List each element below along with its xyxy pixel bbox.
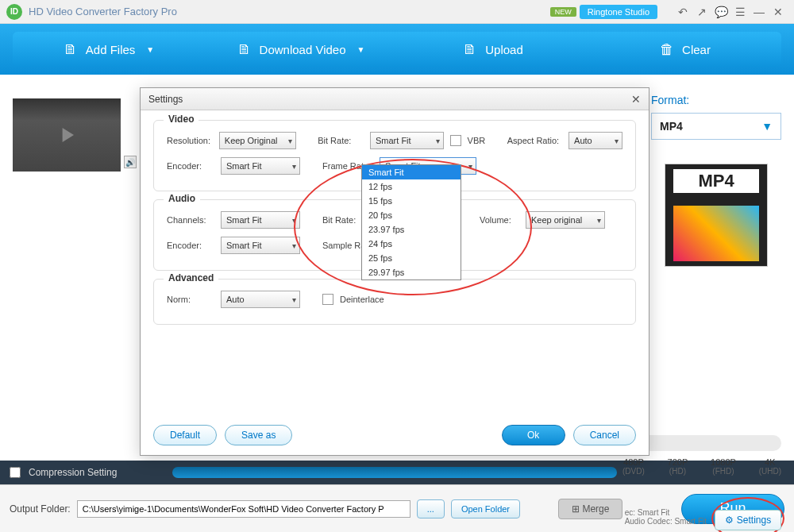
framerate-option[interactable]: 15 fps	[362, 194, 461, 208]
ringtone-studio-button[interactable]: Ringtone Studio	[580, 5, 657, 19]
volume-select[interactable]: Keep original	[526, 211, 605, 229]
app-logo: ID	[6, 4, 22, 20]
redo-icon[interactable]: ↗	[692, 2, 711, 21]
quality-tag: (FHD)	[711, 467, 736, 476]
video-bitrate-select[interactable]: Smart Fit	[370, 132, 444, 149]
video-codec-text: ec: Smart Fit	[625, 508, 707, 517]
norm-select[interactable]: Auto	[221, 291, 300, 308]
app-title: HD Video Converter Factory Pro	[29, 6, 177, 17]
default-button[interactable]: Default	[153, 425, 217, 445]
new-badge: NEW	[550, 7, 576, 17]
chevron-down-icon: ▼	[761, 120, 773, 133]
audio-encoder-select[interactable]: Smart Fit	[221, 237, 300, 254]
audio-codec-text: Audio Codec: Smart Fit	[625, 517, 707, 526]
chat-icon[interactable]: 💬	[711, 2, 730, 21]
compression-slider[interactable]	[172, 467, 617, 478]
save-as-button[interactable]: Save as	[225, 425, 292, 445]
framerate-option[interactable]: 12 fps	[362, 179, 461, 194]
video-encoder-select[interactable]: Smart Fit	[221, 157, 300, 175]
format-value: MP4	[660, 120, 683, 133]
quality-res: 720P	[668, 457, 688, 467]
audio-encoder-label: Encoder:	[167, 241, 214, 250]
video-encoder-label: Encoder:	[167, 161, 214, 171]
dialog-titlebar: Settings ✕	[141, 88, 649, 110]
deinterlace-checkbox[interactable]	[322, 294, 333, 305]
codec-info: ec: Smart Fit Audio Codec: Smart Fit	[625, 508, 707, 526]
video-bitrate-label: Bit Rate:	[318, 136, 364, 145]
cancel-button[interactable]: Cancel	[573, 425, 636, 445]
video-thumbnail[interactable]	[13, 98, 121, 172]
dialog-title-text: Settings	[148, 94, 183, 105]
framerate-option[interactable]: Smart Fit	[362, 165, 461, 179]
aspect-ratio-label: Aspect Ratio:	[507, 136, 562, 145]
compression-label: Compression Setting	[29, 467, 117, 478]
quality-tag: (UHD)	[759, 467, 781, 476]
framerate-option[interactable]: 29.97 fps	[362, 265, 461, 279]
add-files-button[interactable]: 🗎 Add Files ▼	[13, 32, 205, 67]
merge-button[interactable]: ⊞ Merge	[558, 499, 622, 519]
trash-icon: 🗑	[660, 41, 674, 58]
download-icon: 🗎	[237, 41, 252, 58]
quality-res: 480P	[622, 457, 645, 467]
resolution-label: Resolution:	[167, 136, 213, 145]
browse-button[interactable]: ...	[417, 499, 445, 519]
dialog-footer: Default Save as Ok Cancel	[153, 425, 636, 445]
add-files-label: Add Files	[86, 43, 136, 56]
advanced-legend: Advanced	[164, 272, 218, 283]
undo-icon[interactable]: ↶	[673, 2, 692, 21]
channels-select[interactable]: Smart Fit	[221, 211, 300, 229]
gear-icon: ⚙	[725, 515, 734, 526]
format-label: Format:	[651, 94, 781, 106]
deinterlace-label: Deinterlace	[340, 295, 384, 304]
upload-icon: 🗎	[463, 41, 477, 58]
quality-res: 1080P	[711, 457, 736, 467]
chevron-down-icon: ▼	[357, 45, 365, 54]
volume-label: Volume:	[480, 215, 519, 225]
open-folder-button[interactable]: Open Folder	[451, 499, 520, 519]
framerate-dropdown[interactable]: Smart Fit 12 fps 15 fps 20 fps 23.97 fps…	[361, 164, 461, 280]
framerate-option[interactable]: 20 fps	[362, 208, 461, 222]
audio-icon[interactable]: 🔊	[124, 156, 137, 168]
resolution-select[interactable]: Keep Original	[219, 132, 296, 149]
compression-checkbox[interactable]	[10, 467, 21, 478]
aspect-ratio-select[interactable]: Auto	[569, 132, 622, 149]
format-panel: Format: MP4 ▼ MP4	[651, 94, 781, 267]
menu-icon[interactable]: ☰	[730, 2, 750, 21]
video-legend: Video	[164, 114, 198, 125]
quality-tag: (HD)	[668, 467, 688, 476]
vbr-label: VBR	[468, 136, 486, 145]
settings-button[interactable]: ⚙ Settings	[715, 510, 781, 530]
norm-label: Norm:	[167, 295, 214, 304]
advanced-fieldset: Advanced Norm: Auto Deinterlace	[153, 279, 636, 325]
format-card-label: MP4	[673, 169, 759, 193]
add-file-icon: 🗎	[64, 41, 78, 58]
clear-button[interactable]: 🗑 Clear	[589, 32, 781, 67]
minimize-icon[interactable]: —	[750, 2, 769, 21]
format-card[interactable]: MP4	[665, 164, 768, 267]
quality-tag: (DVD)	[622, 467, 645, 476]
close-icon[interactable]: ✕	[769, 2, 788, 21]
output-folder-label: Output Folder:	[10, 503, 71, 515]
settings-button-label: Settings	[737, 515, 771, 526]
format-card-image	[673, 206, 759, 261]
ok-button[interactable]: Ok	[502, 425, 565, 445]
download-video-button[interactable]: 🗎 Download Video ▼	[205, 32, 397, 67]
framerate-option[interactable]: 24 fps	[362, 237, 461, 251]
quality-labels: 480P(DVD) 720P(HD) 1080P(FHD) 4K(UHD)	[622, 457, 781, 476]
format-select[interactable]: MP4 ▼	[651, 113, 781, 140]
chevron-down-icon: ▼	[146, 45, 154, 54]
upload-label: Upload	[485, 43, 523, 56]
quality-res: 4K	[759, 457, 781, 467]
titlebar: ID HD Video Converter Factory Pro NEW Ri…	[0, 0, 794, 24]
framerate-option[interactable]: 23.97 fps	[362, 222, 461, 237]
vbr-checkbox[interactable]	[450, 135, 461, 146]
channels-label: Channels:	[167, 215, 214, 225]
dialog-close-icon[interactable]: ✕	[631, 93, 641, 106]
clear-label: Clear	[682, 43, 711, 56]
framerate-option[interactable]: 25 fps	[362, 251, 461, 265]
main-toolbar: 🗎 Add Files ▼ 🗎 Download Video ▼ 🗎 Uploa…	[0, 24, 794, 75]
output-folder-input[interactable]	[77, 500, 410, 518]
download-video-label: Download Video	[260, 43, 346, 56]
audio-legend: Audio	[164, 193, 200, 204]
upload-button[interactable]: 🗎 Upload	[397, 32, 589, 67]
